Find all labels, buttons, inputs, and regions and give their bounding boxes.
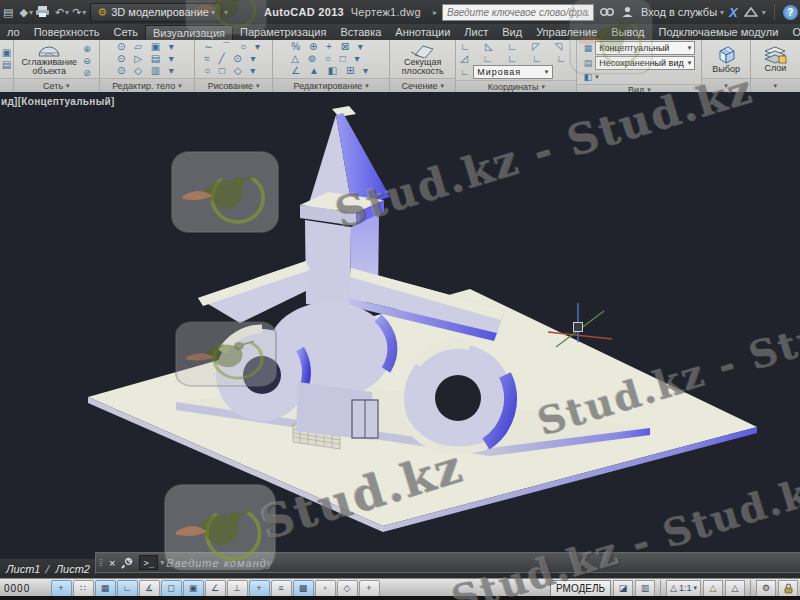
annotation-visibility-icon[interactable]: △ xyxy=(703,580,723,597)
ucs-icon[interactable]: ∟ xyxy=(460,66,470,78)
app-name: AutoCAD 2013 xyxy=(264,6,344,18)
selection-button[interactable]: Выбор xyxy=(710,45,742,74)
tab-upravlenie[interactable]: Управление xyxy=(529,25,604,39)
tab-vyvod[interactable]: Вывод xyxy=(604,25,651,39)
toggle-otrack[interactable]: ∠ xyxy=(205,580,226,597)
tab-vstavka[interactable]: Вставка xyxy=(333,25,388,39)
tab-annotacii[interactable]: Аннотации xyxy=(388,25,457,39)
mesh-side-icons[interactable]: ⊕ ⊖ ⊘ xyxy=(81,44,93,74)
panel-modify: % ⊕ + ⊠ ▾△ ⊚ ○ □ ▾∠ ▲ ◧ ⊞ ▾ Редактирован… xyxy=(273,40,390,92)
tab-list[interactable]: Лист xyxy=(457,25,495,39)
smooth-object-button[interactable]: Сглаживание объекта xyxy=(20,42,80,76)
drag-grip-icon[interactable]: ⁞⁞ xyxy=(99,558,102,568)
lock-icon[interactable] xyxy=(778,580,798,597)
select-label: Выбор xyxy=(712,65,740,74)
chevron-down-icon[interactable]: ▾ xyxy=(595,71,599,83)
tab-parametrizaciya[interactable]: Параметризация xyxy=(233,25,333,39)
chevron-down-icon: ▾ xyxy=(256,82,260,90)
draw-icons[interactable]: ∼ ⌒ ○ ▾≈ ╱ ⊙ ▾○ □ ◇ ▾ xyxy=(204,41,263,77)
search-input[interactable] xyxy=(442,4,594,21)
search-icon[interactable] xyxy=(599,4,615,20)
chevron-down-icon[interactable]: ▾ xyxy=(224,8,228,17)
toggle-infer-constraints[interactable]: + xyxy=(51,580,72,597)
ucs-icons[interactable]: ∟ ◺ ∟ ◸ ◹◿ ∟ ∟ ∟ ∟ ∟ Мировая▾ xyxy=(460,41,572,79)
tab-vizualizaciya[interactable]: Визуализация xyxy=(145,25,233,40)
panel-label-coords[interactable]: Координаты▾ xyxy=(456,80,576,92)
tab-moduli[interactable]: Подключаемые модули xyxy=(652,25,786,39)
toggle-grid[interactable]: ▦ xyxy=(95,580,116,597)
quick-view-drawings-icon[interactable]: ▥ xyxy=(635,580,655,597)
solid-edit-icons[interactable]: ⊙ ▱ ▣ ▾⊙ ▷ ▤ ▾⊙ ◇ ▥ ▾ xyxy=(117,41,177,77)
panel-label-section[interactable]: Сечение▾ xyxy=(390,78,455,92)
toggle-3dosnap[interactable]: ▣ xyxy=(183,580,204,597)
toggle-lineweight[interactable]: ≡ xyxy=(271,580,292,597)
monument-model[interactable] xyxy=(198,106,512,452)
tab-layout1[interactable]: Лист1 xyxy=(0,563,46,575)
quick-view-icon[interactable]: ◪ xyxy=(613,580,633,597)
toggle-ortho[interactable]: ∟ xyxy=(117,580,138,597)
tab-poverhnost[interactable]: Поверхность xyxy=(27,25,107,39)
toggle-dyn-input[interactable]: + xyxy=(249,580,270,597)
panel-label-modify[interactable]: Редактирование▾ xyxy=(273,78,389,92)
chevron-down-icon[interactable]: ▾ xyxy=(720,8,724,17)
panel-label-solid[interactable]: Редактир. тело▾ xyxy=(100,78,195,92)
plot-icon[interactable] xyxy=(36,6,49,19)
chevron-down-icon[interactable]: ▾ xyxy=(82,8,86,17)
command-prompt-icon[interactable]: >_ xyxy=(139,555,158,570)
command-line-bar[interactable]: ⁞⁞ × >_ ▾ xyxy=(95,552,800,573)
exchange-apps-icon[interactable]: X xyxy=(729,5,738,20)
annotation-autoscale-icon[interactable]: △ xyxy=(725,580,745,597)
chevron-down-icon: ▾ xyxy=(440,82,444,90)
flyout-icon[interactable]: ▸ xyxy=(433,8,437,17)
panel-label-select[interactable]: ▾ xyxy=(702,78,749,92)
toggle-osnap[interactable]: ◻ xyxy=(161,580,182,597)
smooth-object-label2: объекта xyxy=(33,67,67,76)
tab-vid[interactable]: Вид xyxy=(495,25,529,39)
workspace-switcher[interactable]: ⚙ 3D моделирование ▾ xyxy=(90,3,222,22)
command-input[interactable] xyxy=(164,556,800,570)
panel-label-draw[interactable]: Рисование▾ xyxy=(195,78,272,92)
undo-icon[interactable]: ↶ xyxy=(55,6,64,19)
qnew-icon[interactable]: ▤ xyxy=(3,6,13,19)
toggle-annotation-monitor[interactable]: + xyxy=(359,580,380,597)
toggle-ducs[interactable]: ⊥ xyxy=(227,580,248,597)
panel-label-mesh[interactable]: Сеть▾ xyxy=(14,78,99,92)
toggle-transparency[interactable]: ▩ xyxy=(293,580,314,597)
toggle-snap[interactable]: ∷ xyxy=(73,580,94,597)
visual-style-dropdown[interactable]: Концептуальный▾ xyxy=(595,41,695,55)
annotation-scale-control[interactable]: △ 1:1 ▾ xyxy=(666,580,701,597)
toggle-polar[interactable]: ∡ xyxy=(139,580,160,597)
chevron-down-icon[interactable]: ▾ xyxy=(65,8,69,17)
layers-button[interactable]: Слои xyxy=(761,46,789,73)
workspace-gear-icon[interactable]: ⚙ xyxy=(756,580,776,597)
model-paper-toggle[interactable]: РМОДЕЛЬ xyxy=(550,580,611,597)
panel-draw: ∼ ⌒ ○ ▾≈ ╱ ⊙ ▾○ □ ◇ ▾ Рисование▾ xyxy=(195,40,273,92)
toggle-selection-cycling[interactable]: ◇ xyxy=(337,580,358,597)
named-view-dropdown[interactable]: Несохраненный вид▾ xyxy=(595,56,695,70)
3d-model-drawing[interactable] xyxy=(0,92,800,600)
chevron-down-icon[interactable]: ▾ xyxy=(762,8,766,17)
tab-layout2[interactable]: Лист2 xyxy=(50,563,96,575)
panel-label-layers[interactable]: ▾ xyxy=(751,78,800,92)
chevron-down-icon[interactable]: ▾ xyxy=(29,8,33,17)
modify-icons[interactable]: % ⊕ + ⊠ ▾△ ⊚ ○ □ ▾∠ ▲ ◧ ⊞ ▾ xyxy=(291,41,371,77)
tab-telo[interactable]: ло xyxy=(0,25,27,39)
tab-onlain[interactable]: Онлайн xyxy=(785,25,800,39)
tab-set[interactable]: Сеть xyxy=(107,25,145,39)
help-button[interactable]: ? xyxy=(783,5,798,20)
ribbon-icons[interactable]: ▣ ▤ xyxy=(2,47,11,71)
styles-icon[interactable]: ◆ xyxy=(19,6,27,19)
redo-icon[interactable]: ↷ xyxy=(72,6,81,19)
section-plane-button[interactable]: Секущая плоскость xyxy=(400,43,446,76)
wrench-icon[interactable] xyxy=(119,555,135,571)
autodesk360-icon[interactable] xyxy=(743,4,759,20)
chevron-down-icon: ▾ xyxy=(688,57,692,69)
window-bottom-edge xyxy=(0,596,800,600)
viewport-icon[interactable]: ◧ xyxy=(584,71,593,83)
ucs-dropdown[interactable]: Мировая▾ xyxy=(473,65,553,79)
user-icon[interactable] xyxy=(620,4,636,20)
toggle-quick-properties[interactable]: ▫ xyxy=(315,580,336,597)
mesh-icons[interactable]: ⊕ ⊖ ⊘ xyxy=(81,44,93,74)
signin-button[interactable]: Вход в службы xyxy=(641,6,717,18)
close-icon[interactable]: × xyxy=(109,557,115,569)
